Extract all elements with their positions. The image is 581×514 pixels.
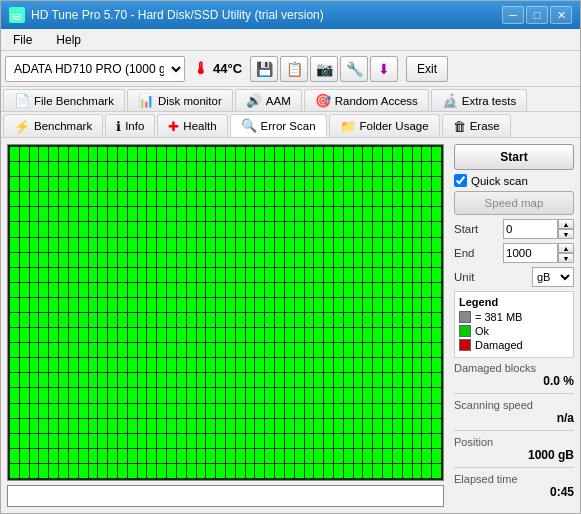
grid-cell xyxy=(79,358,88,372)
grid-cell xyxy=(334,358,343,372)
grid-cell xyxy=(373,177,382,191)
tab-health-label: Health xyxy=(183,120,216,132)
grid-cell xyxy=(344,177,353,191)
grid-cell xyxy=(275,283,284,297)
grid-cell xyxy=(30,268,39,282)
toolbar-camera-icon[interactable]: 📷 xyxy=(310,56,338,82)
start-button[interactable]: Start xyxy=(454,144,574,170)
toolbar-hd-icon[interactable]: 💾 xyxy=(250,56,278,82)
menu-help[interactable]: Help xyxy=(48,31,89,49)
drive-selector[interactable]: ADATA HD710 PRO (1000 gB) xyxy=(5,56,185,82)
grid-cell xyxy=(89,222,98,236)
grid-cell xyxy=(79,328,88,342)
toolbar-download-icon[interactable]: ⬇ xyxy=(370,56,398,82)
tab-aam[interactable]: 🔊 AAM xyxy=(235,89,302,111)
grid-cell xyxy=(255,268,264,282)
grid-cell xyxy=(344,449,353,463)
tab-folder-usage[interactable]: 📁 Folder Usage xyxy=(329,114,440,137)
grid-cell xyxy=(265,238,274,252)
grid-cell xyxy=(305,404,314,418)
grid-cell xyxy=(98,464,107,478)
grid-cell xyxy=(187,238,196,252)
grid-cell xyxy=(197,298,206,312)
start-spin-up[interactable]: ▲ xyxy=(558,219,574,229)
end-spin-down[interactable]: ▼ xyxy=(558,253,574,263)
tab-random-access[interactable]: 🎯 Random Access xyxy=(304,89,429,111)
grid-cell xyxy=(295,343,304,357)
tab-benchmark[interactable]: ⚡ Benchmark xyxy=(3,114,103,137)
grid-cell xyxy=(20,434,29,448)
toolbar-tools-icon[interactable]: 🔧 xyxy=(340,56,368,82)
grid-cell xyxy=(177,253,186,267)
grid-cell xyxy=(108,434,117,448)
tab-error-scan-label: Error Scan xyxy=(261,120,316,132)
grid-cell xyxy=(49,419,58,433)
grid-cell xyxy=(49,404,58,418)
unit-select[interactable]: gB MB xyxy=(532,267,574,287)
start-spin-down[interactable]: ▼ xyxy=(558,229,574,239)
grid-cell xyxy=(265,177,274,191)
tab-file-benchmark[interactable]: 📄 File Benchmark xyxy=(3,89,125,111)
tab-disk-monitor[interactable]: 📊 Disk monitor xyxy=(127,89,233,111)
grid-cell xyxy=(138,162,147,176)
grid-cell xyxy=(314,162,323,176)
disk-monitor-icon: 📊 xyxy=(138,93,154,108)
grid-cell xyxy=(187,298,196,312)
grid-cell xyxy=(98,449,107,463)
minimize-button[interactable]: ─ xyxy=(502,6,524,24)
grid-cell xyxy=(39,328,48,342)
quick-scan-label[interactable]: Quick scan xyxy=(471,175,528,187)
grid-cell xyxy=(128,388,137,402)
grid-cell xyxy=(59,388,68,402)
grid-cell xyxy=(39,192,48,206)
grid-cell xyxy=(305,358,314,372)
grid-cell xyxy=(354,343,363,357)
grid-cell xyxy=(344,238,353,252)
grid-cell xyxy=(49,373,58,387)
grid-cell xyxy=(206,343,215,357)
close-button[interactable]: ✕ xyxy=(550,6,572,24)
grid-cell xyxy=(20,253,29,267)
speed-map-button[interactable]: Speed map xyxy=(454,191,574,215)
tab-error-scan[interactable]: 🔍 Error Scan xyxy=(230,114,327,137)
grid-cell xyxy=(157,419,166,433)
grid-cell xyxy=(295,373,304,387)
grid-cell xyxy=(187,207,196,221)
grid-cell xyxy=(403,434,412,448)
grid-cell xyxy=(226,313,235,327)
grid-cell xyxy=(373,253,382,267)
grid-cell xyxy=(30,162,39,176)
grid-cell xyxy=(246,449,255,463)
grid-cell xyxy=(118,222,127,236)
title-bar: 🖴 HD Tune Pro 5.70 - Hard Disk/SSD Utili… xyxy=(1,1,580,29)
end-spin-up[interactable]: ▲ xyxy=(558,243,574,253)
end-input[interactable] xyxy=(503,243,558,263)
grid-cell xyxy=(324,419,333,433)
grid-cell xyxy=(432,404,441,418)
exit-button[interactable]: Exit xyxy=(406,56,448,82)
grid-cell xyxy=(413,207,422,221)
grid-cell xyxy=(10,419,19,433)
grid-cell xyxy=(69,147,78,161)
grid-cell xyxy=(305,343,314,357)
tab-health[interactable]: ✚ Health xyxy=(157,114,227,137)
grid-cell xyxy=(49,268,58,282)
grid-cell xyxy=(324,192,333,206)
grid-cell xyxy=(167,388,176,402)
grid-cell xyxy=(314,343,323,357)
toolbar-info-icon[interactable]: 📋 xyxy=(280,56,308,82)
tab-info[interactable]: ℹ Info xyxy=(105,114,155,137)
grid-cell xyxy=(10,162,19,176)
start-input[interactable] xyxy=(503,219,558,239)
menu-file[interactable]: File xyxy=(5,31,40,49)
grid-cell xyxy=(393,434,402,448)
grid-cell xyxy=(59,358,68,372)
grid-cell xyxy=(59,343,68,357)
tab-extra-tests[interactable]: 🔬 Extra tests xyxy=(431,89,527,111)
tab-erase[interactable]: 🗑 Erase xyxy=(442,114,511,137)
grid-cell xyxy=(344,162,353,176)
grid-cell xyxy=(236,313,245,327)
quick-scan-checkbox[interactable] xyxy=(454,174,467,187)
maximize-button[interactable]: □ xyxy=(526,6,548,24)
grid-cell xyxy=(138,343,147,357)
